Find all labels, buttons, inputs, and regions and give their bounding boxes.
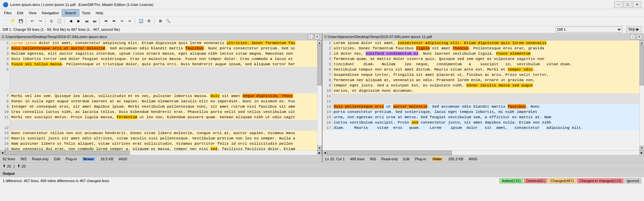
close-button[interactable]: ✕ [633, 1, 641, 8]
right-hscroll[interactable]: ◀ ▶ [322, 150, 644, 155]
skip-button[interactable]: Skip ▶ [626, 26, 641, 32]
right-version-badge: Older [432, 157, 443, 161]
menu-help[interactable]: Help [93, 9, 106, 17]
right-file-path: C:\Users\fperezsm\Desktop\Temp\2019-07-0… [324, 35, 629, 39]
right-panel-close-btn[interactable]: ✕ [637, 34, 642, 39]
left-line-8: 8 Donec in nulla eget augue interdum lao… [0, 99, 322, 104]
left-hscroll-track[interactable] [5, 151, 317, 155]
left-scroll-up[interactable]: ▲ [317, 40, 322, 45]
copy-all-right-button[interactable]: ⇒ [118, 18, 125, 25]
right-scroll-left[interactable]: ◀ [322, 151, 327, 155]
badge-deleted: Deleted(81) [524, 178, 547, 183]
left-vscroll[interactable]: ▲ ▼ [317, 40, 322, 150]
left-scroll-left[interactable]: ◀ [0, 151, 5, 155]
main-panels: C:\Users\fperezsm\Desktop\Temp\2019-07-0… [0, 33, 644, 162]
right-readonly: Read-only [381, 157, 398, 161]
left-readonly: Read-only [32, 157, 48, 161]
toolbar-sep-6 [154, 18, 155, 25]
left-scroll-down[interactable]: ▼ [317, 146, 322, 150]
right-scroll-down[interactable]: ▼ [640, 146, 644, 150]
left-line-5: 5 Fusce vel tellus massa. Pellentesque u… [0, 62, 322, 67]
right-line-2: 2 ultricies. Donec fermentum faucibus li… [322, 46, 644, 51]
toolbar-sep-2 [45, 18, 46, 25]
toolbar-sep-5 [135, 18, 136, 25]
first-diff-button[interactable]: ⏮ [83, 18, 90, 25]
left-scroll-track[interactable] [318, 45, 322, 146]
last-diff-button[interactable]: ⏭ [91, 18, 98, 25]
new-diff-button[interactable]: 📄 [1, 18, 9, 25]
line-jump-icon2: ⬆ [17, 164, 20, 168]
app-icon: 🔵 [3, 2, 8, 7]
prev-diff-button[interactable]: ◀ [67, 18, 74, 25]
left-encoding: ANSI [119, 157, 127, 161]
menu-files[interactable]: Files [1, 9, 14, 17]
search-bar-button[interactable]: 🔍 [165, 18, 172, 25]
copy-all-left-button[interactable]: ⇐ [126, 18, 133, 25]
right-scroll-track[interactable] [640, 45, 644, 146]
line-jump-left: 20 [7, 164, 11, 168]
copy-right-button[interactable]: ➡ [102, 18, 109, 25]
left-panel-sync-btn[interactable]: ↕ [308, 34, 313, 39]
menu-edit[interactable]: Edit [14, 9, 26, 17]
right-line-13: 13 Duis pellentesque orci ut auctor mole… [322, 104, 644, 109]
options-button[interactable]: ⚙ [145, 18, 153, 25]
right-scroll-thumb[interactable] [640, 45, 644, 85]
next-diff-button[interactable]: ▶ [75, 18, 82, 25]
merge-button[interactable]: ⊞ [157, 18, 164, 25]
refresh-button[interactable]: 🔄 [137, 18, 145, 25]
right-ins-mode: INS [370, 157, 376, 161]
left-size: 18.5 KB [101, 157, 113, 161]
right-scroll-up[interactable]: ▲ [640, 40, 644, 45]
restore-button[interactable]: ◻ [623, 1, 632, 8]
left-plugin: Plug-in [65, 157, 77, 161]
left-line-16: 16 Nunc venenatis dui erat, non commodo … [0, 146, 322, 150]
undo-button[interactable]: ↩ [29, 18, 36, 25]
right-lines-count: 468 lines [350, 157, 365, 161]
left-line-7-blank [0, 72, 322, 77]
title-bar: 🔵 Lorem ipsum.docx | Lorem ipsum 11.pdf … [0, 0, 644, 9]
left-version-badge: Newer [82, 157, 95, 161]
right-line-3: 3 id dolor nec, eleifend condimentum ex.… [322, 51, 644, 56]
right-code-lines[interactable]: 1 Lorem ipsum dolor sit amet, consectetu… [322, 40, 644, 150]
copy-button[interactable]: ⎘ [48, 18, 55, 25]
redo-button[interactable]: ↪ [36, 18, 44, 25]
minimize-button[interactable]: ─ [614, 1, 623, 8]
left-scroll-thumb[interactable] [318, 45, 322, 85]
badge-changed: Changed(467) [548, 178, 576, 183]
right-encoding: ANSI [469, 157, 477, 161]
left-line-11-blank [0, 120, 322, 125]
menu-search[interactable]: Search [62, 9, 79, 17]
left-line-13: 13 Nunc consectetur tellus non est accum… [0, 130, 322, 136]
menu-view[interactable]: View [26, 9, 39, 17]
right-panel-sync-btn[interactable]: ↕ [630, 34, 635, 39]
left-code-area: 1 Lorem ipsum dolor sit amet, consectetu… [0, 40, 322, 150]
diff-select[interactable]: Diff 1 [556, 26, 622, 32]
left-panel-close-btn[interactable]: ✕ [315, 34, 320, 39]
left-hscroll-thumb[interactable] [5, 151, 130, 155]
save-button[interactable]: 💾 [17, 18, 25, 25]
right-hscroll-thumb[interactable] [327, 151, 452, 155]
title-bar-left: 🔵 Lorem ipsum.docx | Lorem ipsum 11.pdf … [3, 2, 153, 7]
menu-tools[interactable]: Tools [79, 9, 93, 17]
right-line-8: 8 fermentum nec aliquam at, venenatis ac… [322, 77, 644, 83]
output-label: Output [3, 172, 15, 176]
paste-button[interactable]: 📋 [56, 18, 63, 25]
left-line-10-blank [0, 88, 322, 93]
right-scroll-right[interactable]: ▶ [639, 151, 644, 155]
bottom-status: 1 difference: 467 lines, 409 inline diff… [0, 177, 644, 184]
right-hscroll-track[interactable] [327, 151, 640, 155]
right-edit: Edit [403, 157, 409, 161]
right-line-1: 1 Lorem ipsum dolor sit amet, consectetu… [322, 40, 644, 46]
left-scroll-right[interactable]: ▶ [317, 151, 322, 155]
toolbar: 📄 📁 💾 ↩ ↪ ⎘ 📋 ◀ ▶ ⏮ ⏭ ➡ ⬅ ⇒ ⇐ 🔄 ⚙ ⊞ 🔍 [0, 17, 644, 26]
left-line-10: 10 Cras convallis luctus nibh, ac lacini… [0, 109, 322, 115]
menu-navigation[interactable]: Navigation [39, 9, 62, 17]
left-hscroll[interactable]: ◀ ▶ [0, 150, 322, 155]
right-vscroll[interactable]: ▲ ▼ [639, 40, 644, 150]
right-size: 265.3 KB [448, 157, 463, 161]
copy-left-button[interactable]: ⬅ [110, 18, 117, 25]
window-controls: ─ ◻ ✕ [614, 1, 641, 8]
right-status-bar: Ln 20, Col 1 468 lines INS Read-only Edi… [322, 155, 644, 162]
open-button[interactable]: 📁 [9, 18, 17, 25]
left-code-lines[interactable]: 1 Lorem ipsum dolor sit amet, consectetu… [0, 40, 322, 150]
